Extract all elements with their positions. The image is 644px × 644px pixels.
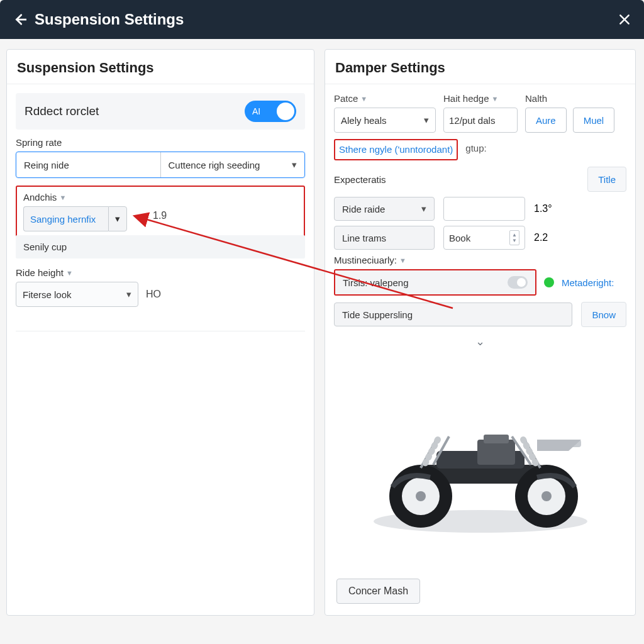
hait-hedge-input[interactable]: 12/put dals	[443, 108, 518, 133]
aure-button[interactable]: Aure	[525, 108, 567, 133]
ai-toggle[interactable]: AI	[245, 101, 296, 122]
muel-button[interactable]: Muel	[573, 108, 615, 133]
spring-rate-select[interactable]: Reing nide Cuttence righ seeding▾	[16, 152, 305, 178]
concer-mash-button[interactable]: Concer Mash	[336, 579, 420, 604]
tide-suppersling-row[interactable]: Tide Suppersling	[334, 303, 572, 326]
chevron-down-icon: ▼	[399, 257, 406, 264]
sthere-link[interactable]: Sthere ngyle ('unntorodant)	[339, 144, 453, 155]
svg-marker-7	[537, 440, 581, 451]
andchis-value-readout: 1.9	[153, 210, 172, 221]
book-readout: 2.2	[534, 232, 548, 243]
metaderight-link[interactable]: Metaderight:	[562, 277, 614, 288]
spring-rate-label: Spring rate	[16, 137, 305, 148]
tirsis-highlight-box: Tirsis: valepeng	[334, 269, 536, 296]
title-button[interactable]: Title	[587, 167, 626, 192]
chevron-down-icon: ▾	[424, 114, 429, 126]
ai-toggle-row: Rddect rorclet AI	[16, 93, 305, 130]
spring-rate-left[interactable]: Reing nide	[16, 152, 160, 177]
toggle-knob	[277, 103, 294, 120]
spring-rate-right[interactable]: Cuttence righ seeding▾	[160, 152, 305, 177]
svg-point-15	[541, 491, 552, 501]
book-stepper[interactable]: Book ▲▼	[443, 226, 525, 250]
status-dot-icon	[544, 277, 554, 287]
sthere-highlight-box: Sthere ngyle ('unntorodant)	[334, 139, 458, 160]
back-button[interactable]	[11, 11, 28, 28]
patce-select[interactable]: Alely heals▾	[334, 108, 436, 133]
chevron-down-icon: ▼	[492, 95, 499, 103]
andchis-dropdown-button[interactable]: ▾	[108, 206, 127, 231]
ride-raide-select[interactable]: Ride raide▾	[334, 197, 435, 221]
hait-hedge-label: Hait hedge▼	[443, 93, 518, 104]
chevron-down-icon: ▼	[59, 194, 66, 201]
svg-point-12	[416, 491, 426, 501]
patce-label: Patce▼	[334, 93, 436, 104]
vehicle-preview	[334, 355, 626, 569]
page-title: Suspension Settings	[35, 11, 616, 28]
ride-raide-input[interactable]	[443, 197, 525, 221]
andchis-select[interactable]: Sanging hernfix	[23, 206, 108, 231]
ride-height-label: Ride height ▼	[16, 267, 305, 278]
tirsis-row[interactable]: Tirsis: valepeng	[335, 270, 535, 294]
bnow-button[interactable]: Bnow	[581, 302, 626, 327]
suspension-panel: Suspension Settings Rddect rorclet AI Sp…	[6, 49, 314, 616]
ride-height-select[interactable]: Fiterse look ▾	[16, 282, 138, 307]
ai-toggle-label: Rddect rorclet	[25, 104, 245, 118]
expand-icon[interactable]: ⌄	[334, 332, 626, 355]
chevron-down-icon: ▾	[421, 203, 426, 214]
chevron-down-icon: ▾	[292, 159, 297, 170]
vehicle-illustration	[348, 377, 613, 547]
expecteratis-label: Expecteratis	[334, 174, 386, 185]
damper-heading: Damper Settings	[325, 50, 635, 84]
line-trams-select[interactable]: Line trams	[334, 226, 435, 250]
chevron-down-icon: ▼	[360, 95, 367, 103]
chevron-down-icon: ▾	[126, 289, 131, 300]
ride-height-readout: HO	[146, 289, 161, 300]
mustineciuarly-label: Mustineciuarly: ▼	[334, 255, 626, 265]
ride-raide-readout: 1.3°	[534, 203, 552, 214]
svg-rect-9	[484, 435, 509, 443]
chevron-down-icon: ▼	[66, 269, 73, 277]
suspension-heading: Suspension Settings	[7, 50, 314, 84]
nalth-label: Nalth	[525, 93, 626, 104]
andchis-label: Andchis ▼	[23, 192, 297, 203]
gtup-label: gtup:	[462, 139, 490, 153]
close-button[interactable]	[616, 11, 633, 28]
chevron-down-icon: ▾	[115, 213, 120, 225]
content-area: Suspension Settings Rddect rorclet AI Sp…	[0, 39, 644, 626]
damper-panel: Damper Settings Patce▼ Alely heals▾ Hait…	[325, 49, 636, 616]
stepper-icon[interactable]: ▲▼	[509, 230, 519, 245]
title-bar: Suspension Settings	[0, 0, 644, 39]
tirsis-toggle[interactable]	[508, 276, 528, 289]
senily-cup-label: Senily cup	[16, 235, 305, 258]
